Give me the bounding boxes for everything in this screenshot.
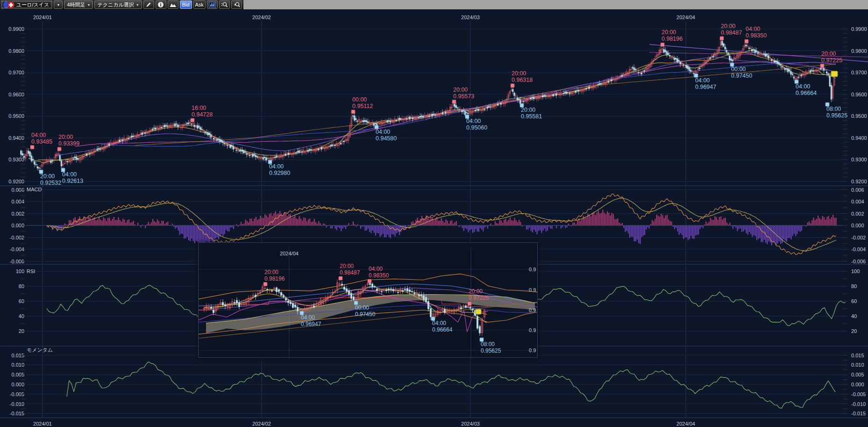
svg-text:0.97225: 0.97225 <box>469 295 489 301</box>
svg-text:0.96947: 0.96947 <box>695 84 716 90</box>
annotation-0800-0.95625: 08:000.95625 <box>480 338 501 354</box>
svg-text:0.002: 0.002 <box>851 211 864 217</box>
svg-text:0.96947: 0.96947 <box>301 321 321 327</box>
zoom-reset-button[interactable] <box>231 0 242 9</box>
svg-text:-0.006: -0.006 <box>851 259 866 264</box>
svg-text:0.9: 0.9 <box>529 327 536 333</box>
timeframe-label: 4時間足 <box>67 1 85 8</box>
svg-text:2024/02: 2024/02 <box>252 14 271 20</box>
svg-text:60: 60 <box>851 298 857 304</box>
svg-text:20:00: 20:00 <box>721 23 735 29</box>
svg-text:-0.004: -0.004 <box>851 246 866 252</box>
svg-text:04:00: 04:00 <box>695 77 710 84</box>
ask-button[interactable]: Ask <box>193 0 206 9</box>
svg-text:0.006: 0.006 <box>851 187 864 193</box>
chevron-down-icon: ▼ <box>87 3 90 7</box>
svg-text:2024/01: 2024/01 <box>33 421 52 427</box>
annotation-2000-0.98196: 20:000.98196 <box>263 269 285 286</box>
svg-text:0.94728: 0.94728 <box>192 111 213 118</box>
svg-text:0.93399: 0.93399 <box>58 140 79 147</box>
svg-text:i: i <box>160 2 162 7</box>
svg-text:RSI: RSI <box>27 268 35 274</box>
svg-text:0.98196: 0.98196 <box>264 275 285 282</box>
currency-pair-label: ユーロ/スイス <box>16 1 49 8</box>
svg-text:20:00: 20:00 <box>340 263 354 269</box>
svg-text:04:00: 04:00 <box>746 26 760 32</box>
svg-text:0.98487: 0.98487 <box>721 29 742 36</box>
svg-text:0.9800: 0.9800 <box>851 48 867 54</box>
svg-text:2024/03: 2024/03 <box>461 421 480 427</box>
chart-type-button[interactable] <box>168 0 178 9</box>
info-button[interactable]: i <box>156 0 166 9</box>
svg-text:20:00: 20:00 <box>512 70 526 77</box>
svg-text:0.9200: 0.9200 <box>851 179 867 184</box>
timeframe-select[interactable]: 4時間足▼ <box>64 0 93 9</box>
svg-text:0.92532: 0.92532 <box>40 180 61 186</box>
technical-label: テクニカル選択 <box>97 1 134 8</box>
svg-text:2024/01: 2024/01 <box>33 14 52 20</box>
toolbar-controls: ユーロ/スイス ▼ 4時間足▼ テクニカル選択▼ i Bid Ask <box>0 0 243 9</box>
chevron-down-icon: ▼ <box>136 3 139 7</box>
main-chart-svg[interactable]: 0.99000.99000.98000.98000.97000.97000.96… <box>0 0 868 427</box>
svg-text:0.96664: 0.96664 <box>796 90 817 96</box>
svg-text:0.98196: 0.98196 <box>662 36 683 42</box>
svg-text:04:00: 04:00 <box>31 132 46 138</box>
svg-text:20:00: 20:00 <box>264 269 278 275</box>
technical-select[interactable]: テクニカル選択▼ <box>94 0 142 9</box>
svg-text:04:00: 04:00 <box>269 163 284 170</box>
mountain-icon <box>170 2 177 7</box>
draw-tool-button[interactable] <box>143 0 154 9</box>
svg-text:2024/03: 2024/03 <box>461 14 480 20</box>
svg-text:04:00: 04:00 <box>796 83 810 90</box>
svg-text:0.9400: 0.9400 <box>851 135 867 141</box>
svg-text:0.94580: 0.94580 <box>376 135 397 142</box>
svg-text:0.005: 0.005 <box>851 372 864 377</box>
svg-text:0.98487: 0.98487 <box>340 269 360 276</box>
svg-text:0.010: 0.010 <box>851 362 864 368</box>
svg-text:2024/04: 2024/04 <box>676 14 695 20</box>
titlebar-spacer <box>243 0 868 9</box>
currency-pair-selector[interactable]: ユーロ/スイス <box>1 0 52 9</box>
chart-area[interactable]: 0.99000.99000.98000.98000.97000.97000.96… <box>0 0 868 427</box>
svg-text:0.95112: 0.95112 <box>352 103 373 109</box>
svg-text:0.95581: 0.95581 <box>521 113 542 120</box>
svg-text:20:00: 20:00 <box>521 107 535 113</box>
svg-text:0.9: 0.9 <box>529 267 536 272</box>
info-icon: i <box>157 1 164 8</box>
zoom-overlay-window[interactable]: 0.90.90.90.90.92024/0420:000.9819604:000… <box>198 242 538 358</box>
svg-text:0.015: 0.015 <box>851 353 864 358</box>
svg-text:0.9600: 0.9600 <box>851 92 867 97</box>
svg-text:20: 20 <box>851 328 857 334</box>
svg-text:16:00: 16:00 <box>192 105 206 111</box>
svg-text:00:00: 00:00 <box>352 96 367 103</box>
annotation-2000-0.98487: 20:000.98487 <box>339 263 360 280</box>
swiss-flag-icon <box>7 1 14 8</box>
svg-text:20:00: 20:00 <box>662 29 676 36</box>
indicator-window-button[interactable] <box>207 0 218 9</box>
pair-dropdown-button[interactable]: ▼ <box>54 0 63 9</box>
bid-button[interactable]: Bid <box>180 0 192 9</box>
svg-text:0.97450: 0.97450 <box>355 311 376 318</box>
svg-text:0.000: 0.000 <box>851 382 864 387</box>
svg-text:0.95573: 0.95573 <box>453 93 474 100</box>
svg-text:0.9300: 0.9300 <box>851 157 867 162</box>
svg-text:0.9500: 0.9500 <box>851 113 867 119</box>
svg-text:0.95060: 0.95060 <box>466 124 487 131</box>
current-price-tag <box>831 71 838 77</box>
zoom-in-icon <box>221 1 228 8</box>
svg-text:20:00: 20:00 <box>40 173 55 180</box>
svg-text:100: 100 <box>851 268 860 274</box>
overlay-chart-svg[interactable]: 0.90.90.90.90.92024/0420:000.9819604:000… <box>199 243 537 357</box>
svg-text:0.96664: 0.96664 <box>432 326 453 333</box>
svg-text:2024/02: 2024/02 <box>252 421 271 427</box>
svg-text:0.92980: 0.92980 <box>269 170 290 176</box>
zoom-in-button[interactable] <box>219 0 230 9</box>
svg-text:20:00: 20:00 <box>453 87 468 93</box>
svg-text:0.98350: 0.98350 <box>746 32 767 39</box>
svg-text:MACD: MACD <box>27 187 42 192</box>
svg-text:0.93485: 0.93485 <box>31 138 52 145</box>
svg-text:0.96318: 0.96318 <box>512 77 533 83</box>
svg-text:0.004: 0.004 <box>851 199 864 204</box>
svg-text:04:00: 04:00 <box>369 266 383 272</box>
annotation-0400-0.96664: 04:000.96664 <box>431 317 453 333</box>
